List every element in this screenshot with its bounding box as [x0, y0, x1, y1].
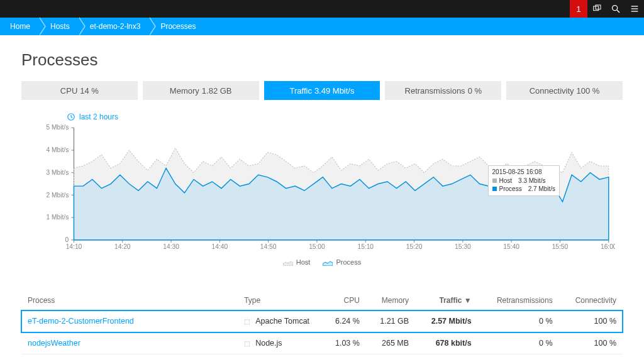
breadcrumb-home[interactable]: Home [3, 18, 39, 35]
breadcrumb-processes[interactable]: Processes [149, 18, 204, 35]
legend-process[interactable]: Process [323, 258, 361, 266]
cell-retransmissions: 0 % [478, 332, 559, 354]
svg-text:14:30: 14:30 [163, 243, 179, 250]
cell-connectivity: 100 % [559, 332, 623, 354]
tab-traffic[interactable]: Traffic3.49 Mbit/s [264, 81, 380, 100]
process-table-wrap: Process Type CPU Memory Traffic ▼ Retran… [21, 291, 623, 354]
alert-badge[interactable]: 1 [570, 0, 587, 18]
breadcrumb: Home Hosts et-demo-2-lnx3 Processes [0, 18, 644, 35]
timeframe-selector[interactable]: last 2 hours [67, 112, 615, 121]
timeframe-label: last 2 hours [79, 112, 118, 121]
page-body: Processes CPU14 %Memory1.82 GBTraffic3.4… [0, 35, 644, 362]
tab-cpu[interactable]: CPU14 % [21, 81, 138, 100]
cell-retransmissions: 0 % [478, 310, 559, 332]
page-title: Processes [21, 50, 623, 70]
type-icon: ⬚ [244, 340, 252, 347]
tooltip-row-process: Process 2.7 Mbit/s [492, 185, 555, 194]
svg-text:15:10: 15:10 [357, 243, 374, 250]
cell-process[interactable]: eT-demo-2-CustomerFrontend [21, 310, 238, 332]
col-process[interactable]: Process [21, 291, 238, 310]
svg-text:3 Mbit/s: 3 Mbit/s [46, 169, 69, 176]
svg-text:15:50: 15:50 [552, 243, 569, 250]
table-row[interactable]: eT-demo-2-CustomerFrontend⬚Apache Tomcat… [21, 310, 623, 332]
cell-type: ⬚Node.js [238, 332, 322, 354]
legend-process-swatch [323, 260, 333, 265]
col-type[interactable]: Type [238, 291, 322, 310]
clock-icon [67, 112, 75, 121]
cell-memory: 265 MB [366, 332, 415, 354]
svg-text:15:00: 15:00 [309, 243, 325, 250]
svg-text:2 Mbit/s: 2 Mbit/s [46, 191, 69, 198]
col-memory[interactable]: Memory [366, 291, 415, 310]
svg-line-3 [617, 10, 619, 13]
legend-host-swatch [283, 260, 293, 265]
metric-tabs: CPU14 %Memory1.82 GBTraffic3.49 Mbit/sRe… [21, 81, 623, 100]
svg-text:16:00: 16:00 [601, 243, 615, 250]
svg-text:14:20: 14:20 [114, 243, 131, 250]
tab-memory[interactable]: Memory1.82 GB [143, 81, 259, 100]
svg-rect-1 [596, 5, 601, 9]
svg-text:0: 0 [65, 236, 69, 243]
search-icon[interactable] [606, 0, 625, 18]
cell-type: ⬚Apache Tomcat [238, 310, 322, 332]
process-table: Process Type CPU Memory Traffic ▼ Retran… [21, 291, 623, 354]
cell-traffic: 678 kbit/s [415, 332, 478, 354]
table-row[interactable]: nodejsWeather⬚Node.js1.03 %265 MB678 kbi… [21, 332, 623, 354]
type-icon: ⬚ [244, 318, 252, 325]
legend-host[interactable]: Host [283, 258, 311, 266]
col-connectivity[interactable]: Connectivity [559, 291, 623, 310]
chart-tooltip: 2015-08-25 16:08 Host 3.3 Mbit/s Process… [488, 165, 560, 196]
svg-text:15:20: 15:20 [406, 243, 423, 250]
svg-text:15:30: 15:30 [455, 243, 471, 250]
svg-point-2 [613, 6, 618, 11]
chart-card: last 2 hours 01 Mbit/s2 Mbit/s3 Mbit/s4 … [21, 107, 623, 270]
breadcrumb-host[interactable]: et-demo-2-lnx3 [79, 18, 150, 35]
tab-connectivity[interactable]: Connectivity100 % [506, 81, 623, 100]
tooltip-row-host: Host 3.3 Mbit/s [492, 177, 555, 185]
svg-text:14:50: 14:50 [260, 243, 277, 250]
tooltip-process-swatch [492, 187, 497, 191]
svg-text:5 Mbit/s: 5 Mbit/s [46, 124, 69, 131]
svg-text:14:40: 14:40 [212, 243, 228, 250]
chart-legend: Host Process [29, 258, 615, 266]
share-icon[interactable] [587, 0, 606, 18]
menu-icon[interactable] [625, 0, 644, 18]
cell-cpu: 1.03 % [322, 332, 366, 354]
cell-connectivity: 100 % [559, 310, 623, 332]
topbar: 1 [0, 0, 644, 18]
svg-line-9 [71, 117, 72, 118]
col-retransmissions[interactable]: Retransmissions [478, 291, 559, 310]
cell-memory: 1.21 GB [366, 310, 415, 332]
col-cpu[interactable]: CPU [322, 291, 366, 310]
plot-area[interactable]: 01 Mbit/s2 Mbit/s3 Mbit/s4 Mbit/s5 Mbit/… [35, 124, 615, 256]
cell-cpu: 6.24 % [322, 310, 366, 332]
svg-rect-0 [594, 6, 599, 11]
cell-traffic: 2.57 Mbit/s [415, 310, 478, 332]
svg-text:1 Mbit/s: 1 Mbit/s [46, 214, 69, 221]
tooltip-host-swatch [492, 178, 497, 183]
col-traffic[interactable]: Traffic ▼ [415, 291, 478, 310]
cell-process[interactable]: nodejsWeather [21, 332, 238, 354]
tab-retransmissions[interactable]: Retransmissions0 % [385, 81, 501, 100]
svg-text:4 Mbit/s: 4 Mbit/s [46, 146, 69, 153]
svg-text:15:40: 15:40 [503, 243, 519, 250]
svg-text:14:10: 14:10 [66, 243, 82, 250]
tooltip-timestamp: 2015-08-25 16:08 [492, 168, 555, 177]
